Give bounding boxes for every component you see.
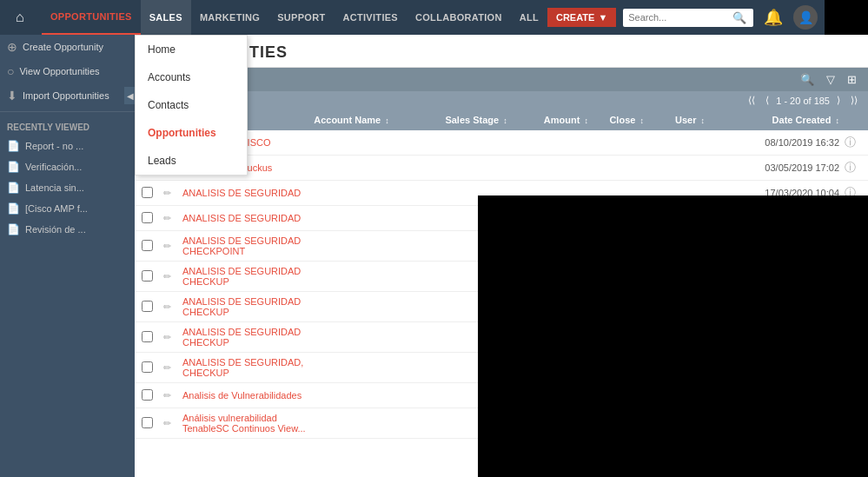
create-button[interactable]: CREATE ▼ bbox=[547, 8, 616, 27]
recent-item-3[interactable]: 📄 Latencia sin... bbox=[0, 177, 135, 198]
edit-icon[interactable]: ✏ bbox=[163, 213, 182, 224]
user-sort-icon: ↕ bbox=[701, 116, 706, 125]
dropdown-accounts[interactable]: Accounts bbox=[136, 63, 247, 91]
info-button[interactable]: ⓘ bbox=[839, 135, 861, 150]
edit-icon[interactable]: ✏ bbox=[163, 271, 182, 282]
close-sort-icon: ↕ bbox=[639, 116, 644, 125]
row-date: 03/05/2019 17:02 bbox=[741, 162, 839, 173]
plus-icon: ⊕ bbox=[7, 40, 17, 54]
file-icon: 📄 bbox=[7, 223, 20, 235]
amount-sort-icon: ↕ bbox=[584, 116, 588, 125]
header-stage[interactable]: Sales Stage ↕ bbox=[445, 115, 543, 125]
page-title: OPPORTUNITIES bbox=[149, 43, 854, 67]
file-icon: 📄 bbox=[7, 182, 20, 194]
nav-all[interactable]: ALL bbox=[511, 0, 547, 35]
row-name-link[interactable]: ANALISIS DE SEGURIDAD CHECKPOINT bbox=[182, 235, 301, 256]
nav-sales[interactable]: SALES bbox=[141, 0, 191, 35]
search-box: 🔍 bbox=[623, 9, 753, 27]
filter-toolbar-button[interactable]: ▽ bbox=[822, 71, 839, 88]
sales-dropdown: Home Accounts Contacts Opportunities Lea… bbox=[135, 35, 248, 176]
file-icon: 📄 bbox=[7, 161, 20, 173]
edit-icon[interactable]: ✏ bbox=[163, 390, 182, 401]
info-button[interactable]: ⓘ bbox=[839, 160, 861, 176]
row-checkbox[interactable] bbox=[142, 187, 153, 198]
header-amount[interactable]: Amount ↕ bbox=[544, 115, 610, 125]
search-input[interactable] bbox=[628, 12, 732, 23]
home-button[interactable]: ⌂ bbox=[7, 0, 33, 35]
dropdown-home[interactable]: Home bbox=[136, 36, 247, 63]
main-layout: ◀ ⊕ Create Opportunity ○ View Opportunit… bbox=[0, 35, 868, 477]
sidebar: ◀ ⊕ Create Opportunity ○ View Opportunit… bbox=[0, 35, 135, 477]
notifications-button[interactable]: 🔔 bbox=[760, 4, 786, 30]
sidebar-import-opportunities[interactable]: ⬇ Import Opportunities bbox=[0, 83, 135, 108]
row-name-link[interactable]: ANALISIS DE SEGURIDAD CHECKUP bbox=[182, 266, 301, 287]
nav-opportunities[interactable]: OPPORTUNITIES bbox=[42, 0, 141, 35]
dropdown-leads[interactable]: Leads bbox=[136, 147, 247, 175]
dropdown-opportunities[interactable]: Opportunities bbox=[136, 119, 247, 147]
prev-page-button[interactable]: ⟨ bbox=[762, 94, 772, 107]
next-page-button[interactable]: ⟩ bbox=[833, 94, 844, 107]
header-date[interactable]: Date Created ↕ bbox=[741, 115, 839, 125]
edit-icon[interactable]: ✏ bbox=[163, 418, 182, 429]
recent-item-4[interactable]: 📄 [Cisco AMP f... bbox=[0, 198, 135, 219]
row-name-link[interactable]: ANALISIS DE SEGURIDAD CHECKUP bbox=[182, 327, 301, 348]
last-page-button[interactable]: ⟩⟩ bbox=[847, 94, 861, 107]
nav-collaboration[interactable]: COLLABORATION bbox=[407, 0, 511, 35]
row-checkbox[interactable] bbox=[142, 361, 153, 373]
row-name-link[interactable]: ANALISIS DE SEGURIDAD bbox=[182, 213, 301, 223]
edit-icon[interactable]: ✏ bbox=[163, 362, 182, 374]
row-checkbox[interactable] bbox=[142, 331, 153, 342]
stage-sort-icon: ↕ bbox=[503, 116, 507, 125]
first-page-button[interactable]: ⟨⟨ bbox=[745, 94, 759, 107]
header-account[interactable]: Account Name ↕ bbox=[314, 115, 445, 125]
user-avatar[interactable]: 👤 bbox=[793, 5, 818, 30]
header-close[interactable]: Close ↕ bbox=[609, 115, 675, 125]
sidebar-view-opportunities[interactable]: ○ View Opportunities bbox=[0, 59, 135, 83]
row-checkbox[interactable] bbox=[142, 270, 153, 282]
search-icon[interactable]: 🔍 bbox=[732, 11, 746, 24]
recently-viewed-label: Recently Viewed bbox=[0, 116, 135, 136]
row-checkbox[interactable] bbox=[142, 240, 153, 251]
search-toolbar-button[interactable]: 🔍 bbox=[796, 71, 818, 88]
nav-right: CREATE ▼ 🔍 🔔 👤 bbox=[547, 0, 868, 35]
import-icon: ⬇ bbox=[7, 89, 17, 103]
recent-item-2[interactable]: 📄 Verificación... bbox=[0, 156, 135, 177]
date-sort-icon: ↕ bbox=[836, 116, 840, 125]
nav-support[interactable]: SUPPORT bbox=[268, 0, 334, 35]
header-user[interactable]: User ↕ bbox=[675, 115, 741, 125]
dropdown-arrow-icon: ▼ bbox=[598, 12, 607, 23]
edit-icon[interactable]: ✏ bbox=[163, 301, 182, 313]
row-checkbox[interactable] bbox=[142, 212, 153, 223]
edit-icon[interactable]: ✏ bbox=[163, 188, 182, 199]
row-checkbox[interactable] bbox=[142, 301, 153, 312]
sidebar-create-opportunity[interactable]: ⊕ Create Opportunity bbox=[0, 35, 135, 59]
nav-activities[interactable]: ACTIVITIES bbox=[335, 0, 407, 35]
black-overlay bbox=[478, 195, 868, 477]
row-name-link[interactable]: ANALISIS DE SEGURIDAD bbox=[182, 188, 301, 198]
nav-marketing[interactable]: MARKETING bbox=[191, 0, 268, 35]
recent-item-1[interactable]: 📄 Report - no ... bbox=[0, 136, 135, 156]
recent-item-5[interactable]: 📄 Revisión de ... bbox=[0, 219, 135, 240]
nav-app-logo bbox=[825, 0, 868, 35]
dropdown-contacts[interactable]: Contacts bbox=[136, 91, 247, 119]
pagination-info: 1 - 20 of 185 bbox=[776, 96, 830, 106]
top-nav: ⌂ OPPORTUNITIES SALES MARKETING SUPPORT … bbox=[0, 0, 868, 35]
account-sort-icon: ↕ bbox=[385, 116, 389, 125]
row-name-link[interactable]: ANALISIS DE SEGURIDAD, CHECKUP bbox=[182, 357, 303, 378]
file-icon: 📄 bbox=[7, 202, 20, 215]
row-checkbox[interactable] bbox=[142, 417, 153, 428]
edit-icon[interactable]: ✏ bbox=[163, 241, 182, 252]
row-name-link[interactable]: ANALISIS DE SEGURIDAD CHECKUP bbox=[182, 296, 301, 317]
row-name-link[interactable]: Análisis vulnerabilidad TenableSC Contin… bbox=[182, 413, 306, 434]
grid-view-button[interactable]: ⊞ bbox=[843, 71, 861, 88]
row-checkbox[interactable] bbox=[142, 389, 153, 401]
edit-icon[interactable]: ✏ bbox=[163, 332, 182, 343]
row-date: 08/10/2019 16:32 bbox=[741, 137, 839, 148]
row-name-link[interactable]: Analisis de Vulnerabilidades bbox=[182, 390, 301, 401]
file-icon: 📄 bbox=[7, 140, 20, 152]
view-icon: ○ bbox=[7, 64, 14, 78]
